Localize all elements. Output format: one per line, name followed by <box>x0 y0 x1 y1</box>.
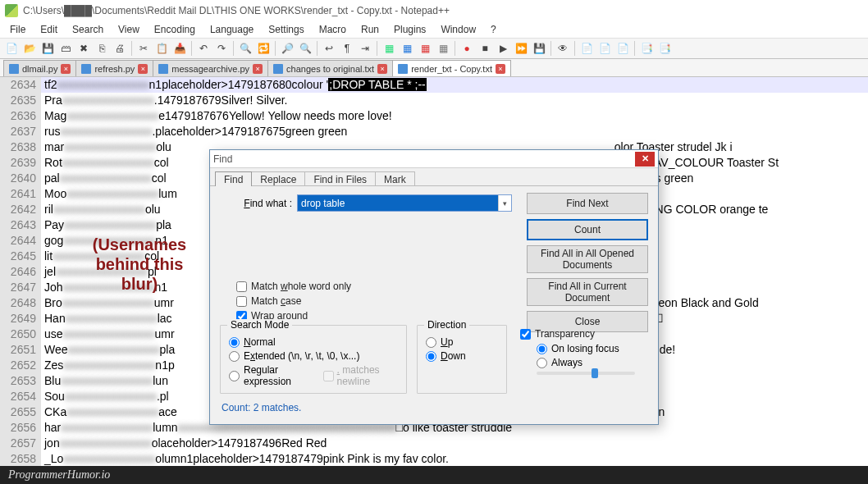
find-dialog-title: Find ✕ <box>210 150 658 168</box>
find-tab-replace[interactable]: Replace <box>251 171 305 186</box>
doc5-icon[interactable]: 📑 <box>656 40 673 57</box>
window-title: C:\Users\████\Documents\Reddit Mail DL\T… <box>23 5 450 16</box>
macro-stop-icon[interactable]: ■ <box>477 40 493 57</box>
mode-normal-radio[interactable]: Normal <box>229 336 398 348</box>
close-icon[interactable]: × <box>253 64 263 74</box>
direction-down-radio[interactable]: Down <box>426 350 498 362</box>
find-tabs: FindReplaceFind in FilesMark <box>210 168 658 186</box>
indent-icon[interactable]: ⇥ <box>357 40 373 57</box>
open-icon[interactable]: 📂 <box>21 40 38 57</box>
blur-annotation: (Usernames behind this blur) <box>74 235 205 294</box>
print-icon[interactable]: 🖨 <box>112 40 128 57</box>
file-tab[interactable]: messagearchive.py× <box>153 60 268 76</box>
find-all-current-button[interactable]: Find All in Current Document <box>527 278 648 306</box>
indent4-icon[interactable]: ▦ <box>435 40 451 57</box>
direction-up-radio[interactable]: Up <box>426 336 498 348</box>
trans-onlosing-radio[interactable]: On losing focus <box>537 343 642 354</box>
closeall-icon[interactable]: ⎘ <box>94 40 110 57</box>
file-tab[interactable]: dlmail.py× <box>3 60 76 76</box>
menu-encoding[interactable]: Encoding <box>148 22 202 37</box>
find-what-input[interactable]: drop table ▾ <box>297 194 512 212</box>
zoomin-icon[interactable]: 🔎 <box>279 40 295 57</box>
trans-always-radio[interactable]: Always <box>537 357 642 368</box>
save-icon[interactable]: 💾 <box>39 40 56 57</box>
file-tabbar: dlmail.py×refresh.py×messagearchive.py×c… <box>0 59 868 77</box>
menu-macro[interactable]: Macro <box>313 22 353 37</box>
transparency-slider[interactable] <box>537 372 635 375</box>
wordwrap-icon[interactable]: ↩ <box>321 40 337 57</box>
doc3-icon[interactable]: 📄 <box>614 40 631 57</box>
menu-file[interactable]: File <box>3 22 32 37</box>
menu-view[interactable]: View <box>112 22 146 37</box>
paste-icon[interactable]: 📥 <box>171 40 188 57</box>
menu-edit[interactable]: Edit <box>34 22 64 37</box>
close-icon[interactable]: × <box>61 64 71 74</box>
menu-plugins[interactable]: Plugins <box>387 22 432 37</box>
macro-rep-icon[interactable]: ⏩ <box>513 40 529 57</box>
file-icon <box>158 64 168 74</box>
copy-icon[interactable]: 📋 <box>153 40 170 57</box>
mode-regex-radio[interactable]: Regular expression . matches newline <box>229 364 398 387</box>
doc4-icon[interactable]: 📑 <box>638 40 655 57</box>
transparency-group: Transparency On losing focus Always <box>515 325 646 394</box>
count-button[interactable]: Count <box>527 219 648 240</box>
close-icon[interactable]: × <box>377 64 387 74</box>
new-icon[interactable]: 📄 <box>3 40 20 57</box>
replace-icon[interactable]: 🔁 <box>255 40 272 57</box>
mode-extended-radio[interactable]: Extended (\n, \r, \t, \0, \x...) <box>229 350 398 362</box>
find-what-label: Find what : <box>220 198 292 209</box>
menu-window[interactable]: Window <box>434 22 482 37</box>
direction-group: Direction Up Down <box>417 325 507 394</box>
saveall-icon[interactable]: 🗃 <box>57 40 74 57</box>
file-tab[interactable]: refresh.py× <box>75 60 153 76</box>
transparency-checkbox[interactable]: Transparency <box>520 328 642 340</box>
find-status: Count: 2 matches. <box>222 402 301 413</box>
watermark: ProgrammerHumor.io <box>0 466 868 484</box>
zoomout-icon[interactable]: 🔍 <box>297 40 313 57</box>
titlebar: C:\Users\████\Documents\Reddit Mail DL\T… <box>0 0 868 21</box>
menu-run[interactable]: Run <box>354 22 386 37</box>
cut-icon[interactable]: ✂ <box>135 40 152 57</box>
close-icon[interactable]: × <box>496 64 505 74</box>
find-next-button[interactable]: Find Next <box>527 193 648 214</box>
indent2-icon[interactable]: ▦ <box>399 40 415 57</box>
search-mode-group: Search Mode Normal Extended (\n, \r, \t,… <box>220 325 407 394</box>
matches-newline-checkbox: . matches newline <box>323 364 398 387</box>
redo-icon[interactable]: ↷ <box>213 40 230 57</box>
indent1-icon[interactable]: ▦ <box>381 40 397 57</box>
find-tab-find[interactable]: Find <box>215 171 252 186</box>
menu-search[interactable]: Search <box>66 22 110 37</box>
toolbar: 📄 📂 💾 🗃 ✖ ⎘ 🖨 ✂ 📋 📥 ↶ ↷ 🔍 🔁 🔎 🔍 ↩ ¶ ⇥ ▦ … <box>0 38 868 59</box>
menu-?[interactable]: ? <box>484 22 503 37</box>
macro-rec-icon[interactable]: ● <box>459 40 475 57</box>
eye-icon[interactable]: 👁 <box>555 40 571 57</box>
find-tab-mark[interactable]: Mark <box>375 171 415 186</box>
file-icon <box>273 64 283 74</box>
doc1-icon[interactable]: 📄 <box>578 40 595 57</box>
allchars-icon[interactable]: ¶ <box>339 40 355 57</box>
find-dialog: Find ✕ FindReplaceFind in FilesMark Find… <box>209 149 659 425</box>
menu-language[interactable]: Language <box>203 22 260 37</box>
close-icon[interactable]: × <box>138 64 148 74</box>
file-tab[interactable]: render_txt - Copy.txt× <box>392 60 511 76</box>
line-number-gutter: 2634263526362637263826392640264126422643… <box>0 77 41 471</box>
undo-icon[interactable]: ↶ <box>195 40 212 57</box>
close-icon[interactable]: ✕ <box>635 152 655 167</box>
doc2-icon[interactable]: 📄 <box>596 40 613 57</box>
file-tab[interactable]: changes to original.txt× <box>267 60 393 76</box>
macro-play-icon[interactable]: ▶ <box>495 40 511 57</box>
menubar: FileEditSearchViewEncodingLanguageSettin… <box>0 21 868 38</box>
menu-settings[interactable]: Settings <box>262 22 310 37</box>
find-tab-find-in-files[interactable]: Find in Files <box>304 171 376 186</box>
file-icon <box>81 64 91 74</box>
file-icon <box>9 64 19 74</box>
find-all-opened-button[interactable]: Find All in All Opened Documents <box>527 245 648 273</box>
file-icon <box>398 64 408 74</box>
close-icon[interactable]: ✖ <box>75 40 92 57</box>
macro-save-icon[interactable]: 💾 <box>531 40 547 57</box>
app-icon <box>5 4 18 17</box>
find-icon[interactable]: 🔍 <box>237 40 254 57</box>
chevron-down-icon[interactable]: ▾ <box>498 195 511 211</box>
indent3-icon[interactable]: ▦ <box>417 40 433 57</box>
